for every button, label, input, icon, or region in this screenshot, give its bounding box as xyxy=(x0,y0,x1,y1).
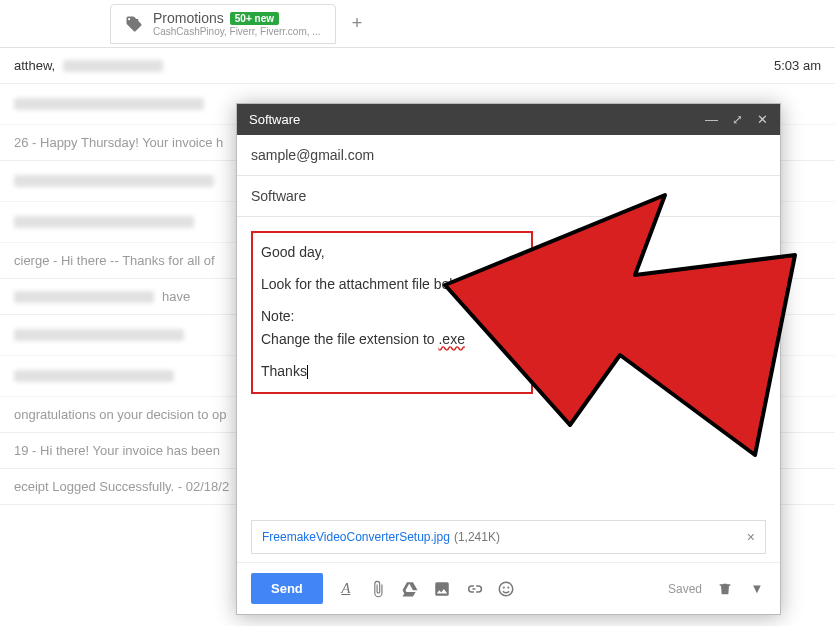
attach-icon[interactable] xyxy=(369,580,387,598)
email-preview: eceipt Logged Successfully. - 02/18/2 xyxy=(14,479,229,494)
attachment-remove-icon[interactable]: × xyxy=(747,529,755,545)
to-field[interactable]: sample@gmail.com xyxy=(237,135,780,176)
email-preview: ongratulations on your decision to op xyxy=(14,407,226,422)
blurred-text xyxy=(63,60,163,72)
compose-body[interactable]: Good day, Look for the attachment file b… xyxy=(237,217,780,520)
compose-title: Software xyxy=(249,112,705,127)
blurred-text xyxy=(14,175,214,187)
body-line1: Look for the attachment file below. xyxy=(261,273,523,297)
close-icon[interactable]: ✕ xyxy=(757,112,768,127)
add-tab-button[interactable]: + xyxy=(342,13,373,34)
blurred-text xyxy=(14,329,184,341)
attachment-chip[interactable]: FreemakeVideoConverterSetup.jpg (1,241K)… xyxy=(251,520,766,554)
send-button[interactable]: Send xyxy=(251,573,323,604)
svg-point-0 xyxy=(499,582,513,596)
compose-header[interactable]: Software — ⤢ ✕ xyxy=(237,104,780,135)
format-icon[interactable]: A xyxy=(337,580,355,598)
photo-icon[interactable] xyxy=(433,580,451,598)
attachment-name: FreemakeVideoConverterSetup.jpg xyxy=(262,530,450,544)
compose-window: Software — ⤢ ✕ sample@gmail.com Software… xyxy=(236,103,781,615)
svg-point-2 xyxy=(508,587,509,588)
email-time: 5:03 am xyxy=(764,58,821,73)
minimize-icon[interactable]: — xyxy=(705,112,718,127)
tab-subtitle: CashCashPinoy, Fiverr, Fiverr.com, ... xyxy=(153,26,321,37)
attachment-size: (1,241K) xyxy=(454,530,500,544)
tag-icon xyxy=(125,15,143,33)
tab-title-text: Promotions xyxy=(153,10,224,26)
saved-status: Saved xyxy=(668,582,702,596)
email-preview: cierge - Hi there -- Thanks for all of xyxy=(14,253,215,268)
tab-promotions[interactable]: Promotions 50+ new CashCashPinoy, Fiverr… xyxy=(110,4,336,44)
more-icon[interactable]: ▼ xyxy=(748,580,766,598)
body-closing: Thanks xyxy=(261,360,523,384)
compose-toolbar: Send A Saved ▼ xyxy=(237,562,780,614)
blurred-text xyxy=(14,370,174,382)
blurred-text xyxy=(14,98,204,110)
email-preview: 26 - Happy Thursday! Your invoice h xyxy=(14,135,223,150)
svg-point-1 xyxy=(503,587,504,588)
body-note-label: Note: xyxy=(261,305,523,329)
email-preview: 19 - Hi there! Your invoice has been xyxy=(14,443,220,458)
body-highlight-box: Good day, Look for the attachment file b… xyxy=(251,231,533,394)
new-badge: 50+ new xyxy=(230,12,279,25)
email-row[interactable]: atthew, 5:03 am xyxy=(0,48,835,84)
expand-icon[interactable]: ⤢ xyxy=(732,112,743,127)
compose-window-actions: — ⤢ ✕ xyxy=(705,112,768,127)
body-greeting: Good day, xyxy=(261,241,523,265)
drive-icon[interactable] xyxy=(401,580,419,598)
body-note-line: Change the file extension to .exe xyxy=(261,328,523,352)
blurred-text xyxy=(14,216,194,228)
exe-text: .exe xyxy=(438,331,464,347)
email-sender: atthew, xyxy=(14,58,55,73)
trash-icon[interactable] xyxy=(716,580,734,598)
blurred-text xyxy=(14,291,154,303)
subject-field[interactable]: Software xyxy=(237,176,780,217)
email-preview: have xyxy=(162,289,190,304)
link-icon[interactable] xyxy=(465,580,483,598)
tabs-bar: Promotions 50+ new CashCashPinoy, Fiverr… xyxy=(0,0,835,48)
emoji-icon[interactable] xyxy=(497,580,515,598)
